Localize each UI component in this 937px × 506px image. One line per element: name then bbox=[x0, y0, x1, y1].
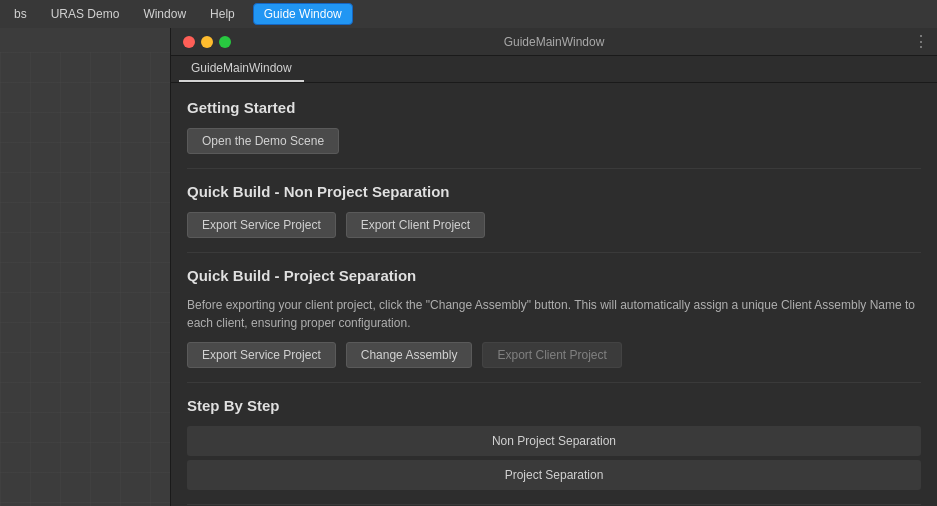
menu-item-uras-demo[interactable]: URAS Demo bbox=[45, 5, 126, 23]
close-button[interactable] bbox=[183, 36, 195, 48]
getting-started-title: Getting Started bbox=[187, 99, 921, 116]
getting-started-buttons: Open the Demo Scene bbox=[187, 128, 921, 154]
section-quick-build-non-project: Quick Build - Non Project Separation Exp… bbox=[187, 183, 921, 238]
menu-item-window[interactable]: Window bbox=[137, 5, 192, 23]
guide-panel: GuideMainWindow ⋮ GuideMainWindow Gettin… bbox=[170, 28, 937, 506]
quick-build-non-project-buttons: Export Service Project Export Client Pro… bbox=[187, 212, 921, 238]
non-project-separation-button[interactable]: Non Project Separation bbox=[187, 426, 921, 456]
change-assembly-button[interactable]: Change Assembly bbox=[346, 342, 473, 368]
export-service-project-button-2[interactable]: Export Service Project bbox=[187, 342, 336, 368]
guide-window-button[interactable]: Guide Window bbox=[253, 3, 353, 25]
quick-build-project-description: Before exporting your client project, cl… bbox=[187, 296, 921, 332]
separator-3 bbox=[187, 382, 921, 383]
project-separation-button[interactable]: Project Separation bbox=[187, 460, 921, 490]
minimize-button[interactable] bbox=[201, 36, 213, 48]
section-quick-build-project: Quick Build - Project Separation Before … bbox=[187, 267, 921, 368]
unity-viewport bbox=[0, 52, 170, 506]
section-getting-started: Getting Started Open the Demo Scene bbox=[187, 99, 921, 154]
menu-item-bs[interactable]: bs bbox=[8, 5, 33, 23]
content-area: Getting Started Open the Demo Scene Quic… bbox=[171, 83, 937, 506]
panel-title-bar: GuideMainWindow ⋮ bbox=[171, 28, 937, 56]
section-step-by-step: Step By Step Non Project Separation Proj… bbox=[187, 397, 921, 490]
panel-title: GuideMainWindow bbox=[504, 35, 605, 49]
traffic-lights bbox=[183, 36, 231, 48]
more-options-button[interactable]: ⋮ bbox=[913, 32, 929, 51]
export-client-project-button-1[interactable]: Export Client Project bbox=[346, 212, 485, 238]
export-service-project-button-1[interactable]: Export Service Project bbox=[187, 212, 336, 238]
step-by-step-title: Step By Step bbox=[187, 397, 921, 414]
separator-1 bbox=[187, 168, 921, 169]
menu-bar: bs URAS Demo Window Help Guide Window bbox=[0, 0, 937, 28]
menu-item-help[interactable]: Help bbox=[204, 5, 241, 23]
tab-guide-main-window[interactable]: GuideMainWindow bbox=[179, 56, 304, 82]
quick-build-non-project-title: Quick Build - Non Project Separation bbox=[187, 183, 921, 200]
quick-build-project-title: Quick Build - Project Separation bbox=[187, 267, 921, 284]
maximize-button[interactable] bbox=[219, 36, 231, 48]
quick-build-project-buttons: Export Service Project Change Assembly E… bbox=[187, 342, 921, 368]
open-demo-scene-button[interactable]: Open the Demo Scene bbox=[187, 128, 339, 154]
separator-4 bbox=[187, 504, 921, 505]
export-client-project-button-2[interactable]: Export Client Project bbox=[482, 342, 621, 368]
tab-bar: GuideMainWindow bbox=[171, 56, 937, 83]
separator-2 bbox=[187, 252, 921, 253]
